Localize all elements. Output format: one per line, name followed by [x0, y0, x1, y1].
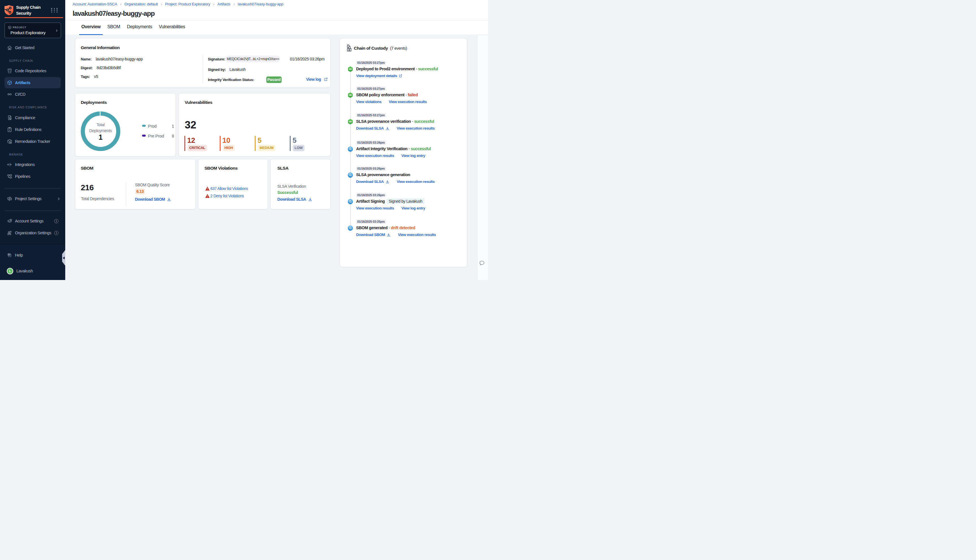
svg-text:?: ?	[8, 253, 10, 256]
